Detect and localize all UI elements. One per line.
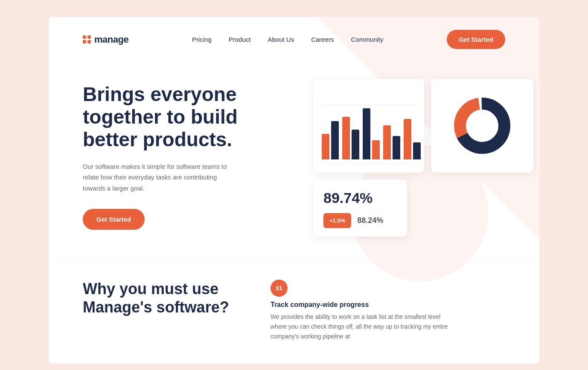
stats-card: 89.74% +1.5% 88.24% <box>313 179 407 237</box>
feature-title: Track company-wide progress <box>271 301 505 309</box>
bar-navy-3 <box>363 108 370 159</box>
hero-left: Brings everyone together to build better… <box>83 75 296 230</box>
bar-chart-card <box>313 79 424 173</box>
bar-navy-5 <box>413 142 421 159</box>
nav-item-pricing[interactable]: Pricing <box>192 36 212 43</box>
bar-orange-3 <box>372 140 380 159</box>
nav-link-careers[interactable]: Careers <box>311 36 334 43</box>
stats-secondary-value: 88.24% <box>357 216 383 225</box>
section2-right: 01 Track company-wide progress We provid… <box>271 280 505 347</box>
feature-item-1: 01 Track company-wide progress We provid… <box>271 280 505 341</box>
bar-chart <box>322 87 416 164</box>
feature-description: We provides the ability to work on a tas… <box>271 312 450 341</box>
bar-group-2 <box>342 117 359 159</box>
nav-item-careers[interactable]: Careers <box>311 36 334 43</box>
nav-links: Pricing Product About Us Careers Communi… <box>192 36 383 43</box>
bar-navy-2 <box>352 130 359 159</box>
bar-group-1 <box>322 121 339 159</box>
section2-left: Why you must use Manage's software? <box>83 280 236 316</box>
hero-description: Our software makes it simple for softwar… <box>83 161 236 194</box>
bar-orange-2 <box>342 117 350 159</box>
hero-section: Brings everyone together to build better… <box>49 58 539 262</box>
section2: Why you must use Manage's software? 01 T… <box>49 262 539 364</box>
bar-orange-5 <box>404 119 411 159</box>
donut-chart <box>440 87 525 164</box>
bar-group-3 <box>363 108 380 159</box>
nav-cta-button[interactable]: Get Started <box>447 30 505 49</box>
bar-group-4 <box>383 125 400 159</box>
donut-chart-card <box>431 79 533 173</box>
hero-title: Brings everyone together to build better… <box>83 83 296 151</box>
hero-cta-button[interactable]: Get Started <box>83 209 145 230</box>
charts-top-row <box>313 79 533 173</box>
page-wrapper: manage Pricing Product About Us Careers … <box>49 17 539 364</box>
nav-link-product[interactable]: Product <box>229 36 251 43</box>
nav-item-community[interactable]: Community <box>351 36 384 43</box>
logo-icon <box>83 35 91 43</box>
nav-item-product[interactable]: Product <box>229 36 251 43</box>
logo[interactable]: manage <box>83 34 128 45</box>
hero-right: 89.74% +1.5% 88.24% <box>313 75 533 237</box>
feature-number-badge: 01 <box>271 280 288 297</box>
bar-navy-4 <box>393 136 400 159</box>
nav-link-pricing[interactable]: Pricing <box>192 36 212 43</box>
stats-row: +1.5% 88.24% <box>323 213 397 228</box>
section2-title: Why you must use Manage's software? <box>83 280 236 316</box>
bar-group-5 <box>404 119 421 159</box>
navbar: manage Pricing Product About Us Careers … <box>49 17 539 58</box>
nav-item-about[interactable]: About Us <box>268 36 294 43</box>
stats-badge: +1.5% <box>323 213 351 228</box>
donut-svg <box>452 96 512 156</box>
bar-orange-1 <box>322 134 329 159</box>
svg-point-2 <box>467 110 498 141</box>
bar-navy-1 <box>331 121 339 159</box>
nav-link-community[interactable]: Community <box>351 36 384 43</box>
nav-link-about[interactable]: About Us <box>268 36 294 43</box>
stats-main-value: 89.74% <box>323 190 397 206</box>
bar-orange-4 <box>383 125 391 159</box>
logo-text: manage <box>94 34 128 45</box>
